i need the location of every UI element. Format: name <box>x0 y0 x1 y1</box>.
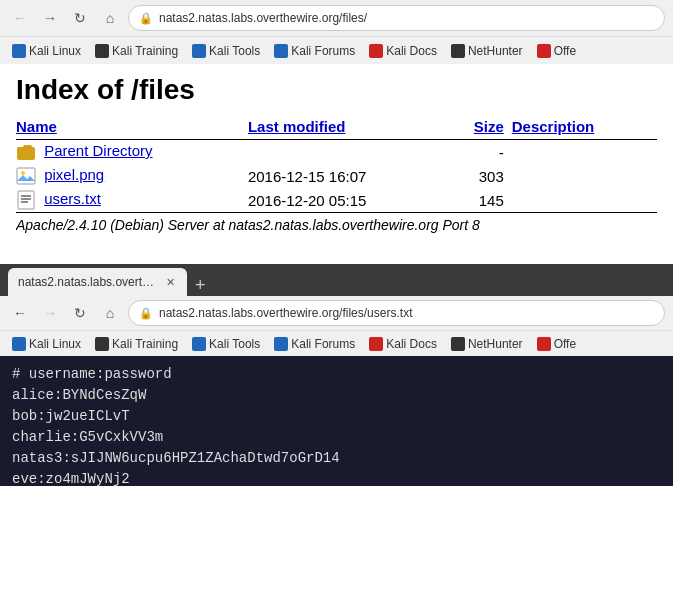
bookmark-label: Kali Tools <box>209 337 260 351</box>
kali-docs-icon-2 <box>369 337 383 351</box>
bookmark-label: Kali Training <box>112 337 178 351</box>
table-row: pixel.png 2016-12-15 16:07 303 <box>16 164 657 188</box>
kali-forums-icon <box>274 44 288 58</box>
forward-button[interactable]: → <box>38 6 62 30</box>
modified-cell: 2016-12-20 05:15 <box>248 188 451 213</box>
col-size[interactable]: Size <box>451 116 512 140</box>
folder-icon <box>16 142 36 162</box>
kali-linux-icon-2 <box>12 337 26 351</box>
text-icon <box>16 190 36 210</box>
bookmark-label: Kali Forums <box>291 44 355 58</box>
forward-button-2[interactable]: → <box>38 301 62 325</box>
col-name[interactable]: Name <box>16 116 248 140</box>
bookmarks-bar: Kali Linux Kali Training Kali Tools Kali… <box>0 36 673 64</box>
file-name-cell: Parent Directory <box>16 140 248 165</box>
url-text-2: natas2.natas.labs.overthewire.org/files/… <box>159 306 412 320</box>
bookmark-kali-forums[interactable]: Kali Forums <box>268 42 361 60</box>
lock-icon: 🔒 <box>139 12 153 25</box>
lock-icon-2: 🔒 <box>139 307 153 320</box>
bookmark2-kali-training[interactable]: Kali Training <box>89 335 184 353</box>
bookmark-label: NetHunter <box>468 44 523 58</box>
bookmark2-offer[interactable]: Offe <box>531 335 582 353</box>
users-txt-link[interactable]: users.txt <box>44 190 101 207</box>
tab-close-button[interactable]: ✕ <box>164 275 177 290</box>
home-button-2[interactable]: ⌂ <box>98 301 122 325</box>
bookmark-kali-training[interactable]: Kali Training <box>89 42 184 60</box>
url-text: natas2.natas.labs.overthewire.org/files/ <box>159 11 367 25</box>
tab-bar: natas2.natas.labs.overthewi... ✕ + <box>0 264 673 296</box>
new-tab-button[interactable]: + <box>189 274 212 296</box>
bookmark-offer[interactable]: Offe <box>531 42 582 60</box>
bookmark2-kali-forums[interactable]: Kali Forums <box>268 335 361 353</box>
active-tab[interactable]: natas2.natas.labs.overthewi... ✕ <box>8 268 187 296</box>
back-button-2[interactable]: ← <box>8 301 32 325</box>
modified-cell <box>248 140 451 165</box>
kali-forums-icon-2 <box>274 337 288 351</box>
desc-cell <box>512 188 657 213</box>
page-content: Index of /files Name Last modified Size … <box>0 64 673 264</box>
file-table: Name Last modified Size Description Pare… <box>16 116 657 213</box>
bookmark-label: Offe <box>554 337 576 351</box>
address-bar-2[interactable]: 🔒 natas2.natas.labs.overthewire.org/file… <box>128 300 665 326</box>
reload-button-2[interactable]: ↻ <box>68 301 92 325</box>
file-line-6: eve:zo4mJWyNj2 <box>12 469 661 486</box>
kali-linux-icon <box>12 44 26 58</box>
tab-label: natas2.natas.labs.overthewi... <box>18 275 158 289</box>
bookmark-label: Kali Training <box>112 44 178 58</box>
file-name-cell: users.txt <box>16 188 248 213</box>
desc-cell <box>512 164 657 188</box>
nethunter-icon-2 <box>451 337 465 351</box>
offer-icon <box>537 44 551 58</box>
parent-directory-link[interactable]: Parent Directory <box>44 142 152 159</box>
desc-cell <box>512 140 657 165</box>
bookmark-label: Kali Docs <box>386 44 437 58</box>
reload-button[interactable]: ↻ <box>68 6 92 30</box>
bookmark-label: Kali Linux <box>29 337 81 351</box>
kali-training-icon <box>95 44 109 58</box>
page-title: Index of /files <box>16 74 657 106</box>
bookmarks-bar-2: Kali Linux Kali Training Kali Tools Kali… <box>0 330 673 356</box>
bookmark-label: NetHunter <box>468 337 523 351</box>
file-line-4: charlie:G5vCxkVV3m <box>12 427 661 448</box>
file-line-1: # username:password <box>12 364 661 385</box>
bookmark-label: Kali Tools <box>209 44 260 58</box>
top-browser: ← → ↻ ⌂ 🔒 natas2.natas.labs.overthewire.… <box>0 0 673 64</box>
bookmark-kali-linux[interactable]: Kali Linux <box>6 42 87 60</box>
bookmark2-kali-docs[interactable]: Kali Docs <box>363 335 443 353</box>
home-button[interactable]: ⌂ <box>98 6 122 30</box>
bookmark-nethunter[interactable]: NetHunter <box>445 42 529 60</box>
kali-training-icon-2 <box>95 337 109 351</box>
svg-rect-0 <box>17 147 35 160</box>
nethunter-icon <box>451 44 465 58</box>
col-description[interactable]: Description <box>512 116 657 140</box>
file-name-cell: pixel.png <box>16 164 248 188</box>
size-cell: - <box>451 140 512 165</box>
modified-cell: 2016-12-15 16:07 <box>248 164 451 188</box>
bookmark-label: Kali Forums <box>291 337 355 351</box>
file-content-area: # username:password alice:BYNdCesZqW bob… <box>0 356 673 486</box>
svg-rect-1 <box>17 168 35 184</box>
bookmark2-kali-linux[interactable]: Kali Linux <box>6 335 87 353</box>
kali-tools-icon-2 <box>192 337 206 351</box>
bookmark-label: Kali Linux <box>29 44 81 58</box>
col-modified[interactable]: Last modified <box>248 116 451 140</box>
size-cell: 303 <box>451 164 512 188</box>
bookmark2-kali-tools[interactable]: Kali Tools <box>186 335 266 353</box>
size-cell: 145 <box>451 188 512 213</box>
image-icon <box>16 166 36 186</box>
bookmark-label: Kali Docs <box>386 337 437 351</box>
bookmark-kali-docs[interactable]: Kali Docs <box>363 42 443 60</box>
pixel-png-link[interactable]: pixel.png <box>44 166 104 183</box>
offer-icon-2 <box>537 337 551 351</box>
server-info: Apache/2.4.10 (Debian) Server at natas2.… <box>16 217 657 233</box>
file-line-3: bob:jw2ueICLvT <box>12 406 661 427</box>
bookmark-kali-tools[interactable]: Kali Tools <box>186 42 266 60</box>
bookmark2-nethunter[interactable]: NetHunter <box>445 335 529 353</box>
svg-point-2 <box>21 171 25 175</box>
back-button[interactable]: ← <box>8 6 32 30</box>
address-bar[interactable]: 🔒 natas2.natas.labs.overthewire.org/file… <box>128 5 665 31</box>
file-line-2: alice:BYNdCesZqW <box>12 385 661 406</box>
table-row: users.txt 2016-12-20 05:15 145 <box>16 188 657 213</box>
kali-tools-icon <box>192 44 206 58</box>
svg-rect-4 <box>18 191 34 209</box>
